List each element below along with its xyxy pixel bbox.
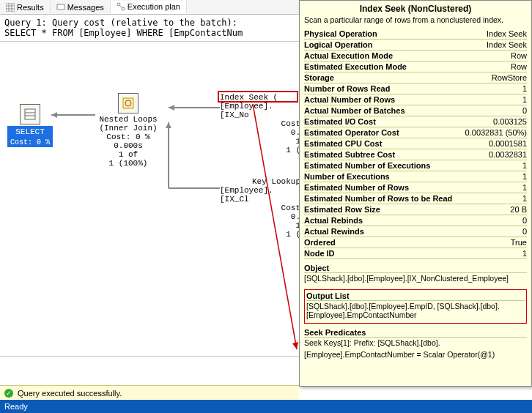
prop-value: 20 B — [510, 205, 527, 214]
svg-line-8 — [119, 5, 122, 8]
tooltip-properties: Physical OperationIndex SeekLogical Oper… — [304, 29, 527, 259]
prop-key: Estimated I/O Cost — [304, 117, 376, 126]
tooltip-row: Actual Number of Batches0 — [304, 105, 527, 116]
tooltip-row: Actual Execution ModeRow — [304, 51, 527, 62]
prop-key: Node ID — [304, 249, 335, 258]
tooltip-row: Logical OperationIndex Seek — [304, 40, 527, 51]
prop-key: Number of Executions — [304, 172, 390, 181]
idxseek-l6: 1 ( — [220, 146, 300, 155]
seek-body2: [Employee].EmpContactNumber = Scalar Ope… — [304, 349, 527, 361]
select-label: SELECT — [7, 126, 53, 138]
tooltip-title: Index Seek (NonClustered) — [304, 4, 527, 14]
tooltip-row: Actual Number of Rows1 — [304, 94, 527, 105]
tooltip-row: StorageRowStore — [304, 72, 527, 83]
prop-key: Actual Rewinds — [304, 227, 364, 236]
highlight-index-seek — [218, 91, 298, 103]
nested-l3: Cost: 0 % — [88, 133, 169, 141]
prop-key: Logical Operation — [304, 40, 373, 49]
prop-value: Index Seek — [487, 40, 527, 49]
tab-execplan-label: Execution plan — [128, 2, 180, 11]
output-body: [SQLShack].[dbo].[Employee].EmpID, [SQLS… — [306, 301, 525, 321]
prop-key: Estimated Row Size — [304, 205, 380, 214]
tooltip-row: Actual Rebinds0 — [304, 215, 527, 226]
prop-key: Estimated Subtree Cost — [304, 150, 395, 159]
tooltip-desc: Scan a particular range of rows from a n… — [304, 14, 527, 29]
tab-results-label: Results — [17, 3, 44, 12]
check-icon: ✓ — [4, 389, 13, 398]
prop-value: 1 — [522, 249, 527, 258]
tooltip-row: Physical OperationIndex Seek — [304, 29, 527, 40]
tooltip-row: Estimated Row Size20 B — [304, 204, 527, 215]
tooltip-seek-predicates: Seek Predicates Seek Keys[1]: Prefix: [S… — [304, 328, 527, 361]
tooltip-row: Estimated Execution ModeRow — [304, 62, 527, 72]
tooltip-object: Object [SQLShack].[dbo].[Employee].[IX_N… — [304, 264, 527, 285]
prop-value: 1 — [522, 84, 527, 93]
prop-key: Storage — [304, 73, 334, 82]
prop-key: Ordered — [304, 238, 336, 247]
prop-value: 0.003125 — [493, 117, 527, 126]
prop-value: 0 — [522, 106, 527, 115]
keylook-l1: Key Lookup — [220, 177, 300, 186]
prop-value: RowStore — [492, 73, 527, 82]
object-header: Object — [304, 264, 527, 273]
prop-key: Estimated Number of Executions — [304, 161, 430, 170]
keylook-l5: 1 — [220, 221, 300, 230]
svg-marker-21 — [292, 342, 298, 349]
seek-body1: Seek Keys[1]: Prefix: [SQLShack].[dbo]. — [304, 338, 527, 349]
svg-rect-0 — [6, 3, 15, 12]
output-header: Output List — [306, 291, 525, 301]
tooltip-row: Estimated CPU Cost0.0001581 — [304, 138, 527, 149]
idxseek-l4: 0. — [220, 128, 300, 137]
tooltip-row: Node ID1 — [304, 248, 527, 259]
prop-value: 0.0001581 — [489, 139, 527, 148]
grid-icon — [6, 3, 15, 12]
tooltip-row: Number of Rows Read1 — [304, 83, 527, 94]
keylook-l4: 0. — [220, 212, 300, 221]
nested-l6: 1 (100%) — [88, 159, 169, 168]
tooltip-row: Estimated Number of Rows1 — [304, 182, 527, 193]
idxseek-l2: [Employee].[IX_No — [220, 102, 300, 119]
status-bar: ✓ Query executed successfully. — [0, 385, 299, 400]
prop-key: Number of Rows Read — [304, 84, 390, 93]
prop-key: Estimated Number of Rows to be Read — [304, 194, 452, 203]
tooltip-row: Estimated Subtree Cost0.0032831 — [304, 149, 527, 160]
prop-key: Actual Number of Batches — [304, 106, 405, 115]
prop-key: Actual Number of Rows — [304, 95, 395, 104]
message-icon — [56, 3, 65, 12]
ready-bar: Ready — [0, 400, 532, 413]
tooltip-row: Estimated Number of Executions1 — [304, 160, 527, 171]
tooltip-row: Estimated Number of Rows to be Read1 — [304, 193, 527, 204]
ready-label: Ready — [4, 402, 28, 411]
tab-messages-label: Messages — [67, 3, 104, 12]
node-select[interactable]: SELECT Cost: 0 % — [7, 104, 53, 147]
prop-value: 1 — [522, 172, 527, 181]
svg-rect-16 — [25, 109, 35, 119]
prop-value: 1 — [522, 194, 527, 203]
prop-key: Physical Operation — [304, 29, 377, 38]
nested-l4: 0.000s — [88, 141, 169, 150]
prop-value: 0 — [522, 227, 527, 236]
node-key-lookup[interactable]: Key Lookup [Employee].[IX_Cl Cost 0. 1 1… — [220, 177, 300, 239]
tooltip-row: Number of Executions1 — [304, 171, 527, 182]
nested-l5: 1 of — [88, 150, 169, 159]
prop-value: True — [511, 238, 527, 247]
prop-value: 1 — [522, 183, 527, 192]
prop-value: 1 — [522, 161, 527, 170]
tab-messages[interactable]: Messages — [51, 1, 111, 13]
keylook-l3: Cost — [220, 204, 300, 212]
prop-value: 0.0032831 — [489, 150, 527, 159]
select-cost: Cost: 0 % — [7, 138, 53, 147]
nested-l2: (Inner Join) — [88, 124, 169, 133]
prop-value: 1 — [522, 95, 527, 104]
tab-results[interactable]: Results — [0, 1, 51, 13]
nested-loops-icon — [118, 93, 138, 114]
nested-l1: Nested Loops — [88, 115, 169, 124]
node-nested-loops[interactable]: Nested Loops (Inner Join) Cost: 0 % 0.00… — [88, 93, 169, 168]
tab-execution-plan[interactable]: Execution plan — [111, 1, 187, 14]
prop-value: 0 — [522, 216, 527, 225]
prop-key: Estimated CPU Cost — [304, 139, 382, 148]
prop-key: Estimated Operator Cost — [304, 128, 399, 137]
tooltip-output-list: Output List [SQLShack].[dbo].[Employee].… — [304, 289, 527, 324]
operator-tooltip: Index Seek (NonClustered) Scan a particu… — [299, 0, 532, 387]
tooltip-row: Actual Rewinds0 — [304, 226, 527, 237]
